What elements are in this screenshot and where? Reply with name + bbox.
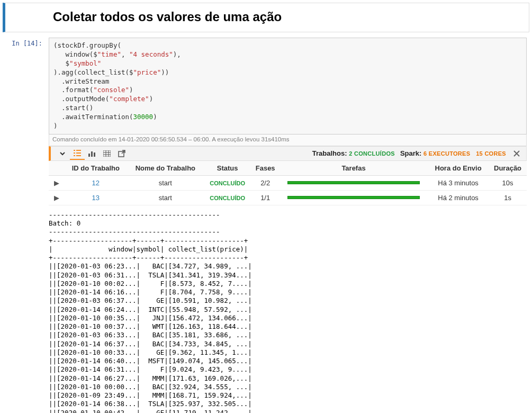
svg-rect-3 [76, 152, 81, 154]
executors-count[interactable]: 6 EXECUTORES [423, 150, 470, 157]
job-tasks [279, 175, 428, 190]
jobs-count[interactable]: 2 CONCLUÍDOS [349, 150, 395, 157]
code-input[interactable]: (stockDf.groupBy( window($"time", "4 sec… [49, 38, 527, 134]
heading-cell: Coletar todos os valores de uma ação [3, 3, 529, 32]
col-tasks: Tarefas [279, 161, 428, 176]
chevron-down-icon [60, 151, 65, 156]
execution-status: Comando concluído em 14-01-2020 00:56:50… [49, 134, 527, 146]
job-duration: 1s [489, 190, 527, 205]
svg-rect-6 [88, 154, 90, 157]
col-job-name: Nome do Trabalho [127, 161, 204, 176]
table-view-button[interactable] [100, 147, 114, 160]
svg-rect-0 [74, 150, 75, 151]
popout-icon [118, 150, 125, 157]
col-status: Status [204, 161, 251, 176]
close-button[interactable] [511, 150, 522, 157]
col-submit: Hora do Envio [428, 161, 489, 176]
popout-button[interactable] [114, 147, 129, 160]
job-submit: Há 2 minutos [428, 190, 489, 205]
job-stages: 1/1 [251, 190, 279, 205]
page-title: Coletar todos os valores de uma ação [53, 10, 519, 24]
job-stages: 2/2 [251, 175, 279, 190]
chart-view-button[interactable] [85, 147, 100, 160]
job-tasks [279, 190, 428, 205]
table-row: ▶13startCONCLUÍDO1/1Há 2 minutos1s [49, 190, 527, 205]
table-row: ▶12startCONCLUÍDO2/2Há 3 minutos10s [49, 175, 527, 190]
close-icon [513, 150, 520, 157]
cores-count[interactable]: 15 CORES [476, 150, 506, 157]
svg-rect-2 [74, 152, 75, 154]
col-stages: Fases [251, 161, 279, 176]
job-id-link[interactable]: 13 [65, 190, 127, 205]
svg-rect-8 [94, 152, 95, 157]
svg-rect-5 [76, 155, 81, 156]
job-status: CONCLUÍDO [204, 175, 251, 190]
jobs-label: Trabalhos: [312, 149, 347, 157]
spark-widget-bar: Trabalhos: 2 CONCLUÍDOS Spark: 6 EXECUTO… [49, 146, 527, 161]
job-id-link[interactable]: 12 [65, 175, 127, 190]
col-job-id: ID do Trabalho [65, 161, 127, 176]
job-submit: Há 3 minutos [428, 175, 489, 190]
bar-chart-icon [88, 150, 96, 157]
job-duration: 10s [489, 175, 527, 190]
input-cell: In [14]: (stockDf.groupBy( window($"time… [0, 38, 532, 413]
prompt-label: In [14]: [0, 38, 49, 413]
collapse-toggle[interactable] [55, 147, 70, 160]
job-status: CONCLUÍDO [204, 190, 251, 205]
svg-rect-4 [74, 155, 75, 156]
expand-row[interactable]: ▶ [49, 190, 65, 205]
svg-rect-9 [103, 150, 111, 157]
list-view-button[interactable] [70, 147, 85, 160]
expand-row[interactable]: ▶ [49, 175, 65, 190]
table-icon [103, 150, 111, 157]
job-name: start [127, 190, 204, 205]
svg-rect-1 [76, 150, 81, 151]
spark-label: Spark: [400, 149, 421, 157]
job-name: start [127, 175, 204, 190]
svg-rect-7 [91, 151, 93, 157]
list-icon [74, 150, 81, 156]
jobs-table: ID do Trabalho Nome do Trabalho Status F… [49, 161, 527, 205]
col-duration: Duração [489, 161, 527, 176]
console-output: ----------------------------------------… [49, 211, 527, 413]
